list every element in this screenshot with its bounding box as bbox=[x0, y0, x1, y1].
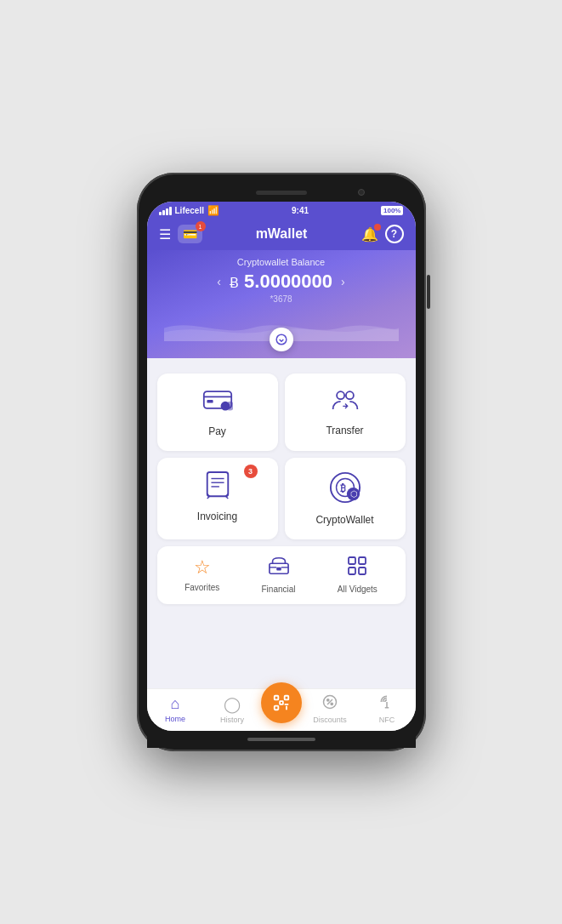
balance-label: Cryptowallet Balance bbox=[164, 257, 399, 267]
financial-label: Financial bbox=[262, 585, 296, 594]
history-icon: ◯ bbox=[224, 695, 241, 714]
svg-rect-22 bbox=[359, 557, 366, 564]
scan-button[interactable] bbox=[261, 682, 302, 723]
svg-rect-8 bbox=[207, 472, 228, 496]
account-number: *3678 bbox=[164, 294, 399, 304]
app-header: ☰ 💳 1 mWallet 🔔 ? bbox=[147, 220, 416, 250]
app-title: mWallet bbox=[256, 226, 308, 242]
all-vidgets-label: All Vidgets bbox=[338, 585, 378, 594]
transfer-label: Transfer bbox=[326, 425, 363, 436]
header-left: ☰ 💳 1 bbox=[159, 225, 202, 243]
hamburger-icon[interactable]: ☰ bbox=[159, 226, 171, 242]
svg-text:₿: ₿ bbox=[340, 482, 346, 494]
balance-nav: ‹ Ƀ 5.0000000 › bbox=[164, 271, 399, 293]
transfer-icon bbox=[330, 387, 360, 418]
discounts-icon bbox=[322, 694, 338, 714]
svg-rect-3 bbox=[207, 400, 213, 403]
favorites-widget[interactable]: ☆ Favorites bbox=[184, 556, 219, 594]
nfc-label: NFC bbox=[379, 716, 395, 724]
svg-rect-25 bbox=[274, 695, 278, 699]
svg-point-34 bbox=[331, 703, 332, 704]
prev-balance-button[interactable]: ‹ bbox=[217, 275, 221, 288]
nav-discounts[interactable]: Discounts bbox=[302, 694, 359, 724]
signal-icon bbox=[159, 207, 172, 215]
transfer-card[interactable]: Transfer bbox=[285, 374, 406, 451]
cryptowallet-card[interactable]: ₿ ⬡ CryptoWallet bbox=[285, 458, 406, 539]
action-grid: Pay Transfer bbox=[157, 374, 406, 539]
scan-icon bbox=[272, 693, 291, 712]
home-label: Home bbox=[165, 715, 185, 723]
svg-point-33 bbox=[327, 699, 329, 701]
svg-point-6 bbox=[337, 391, 344, 399]
svg-text:⬡: ⬡ bbox=[350, 489, 358, 499]
svg-point-0 bbox=[276, 334, 287, 345]
nav-nfc[interactable]: NFC bbox=[359, 694, 416, 724]
pay-icon bbox=[202, 387, 233, 419]
svg-rect-23 bbox=[349, 568, 355, 574]
cryptowallet-label: CryptoWallet bbox=[315, 514, 373, 526]
svg-rect-27 bbox=[274, 705, 278, 710]
card-icon[interactable]: 💳 1 bbox=[178, 225, 202, 243]
nfc-icon bbox=[379, 694, 395, 714]
bottom-home-bar bbox=[147, 731, 416, 748]
notification-bell-icon[interactable]: 🔔 bbox=[361, 226, 378, 242]
home-icon: ⌂ bbox=[171, 695, 180, 713]
phone-screen: Lifecell 📶 9:41 100% ☰ 💳 1 mWallet 🔔 bbox=[147, 202, 416, 731]
svg-rect-28 bbox=[280, 701, 283, 704]
favorites-icon: ☆ bbox=[194, 556, 211, 579]
widgets-bar: ☆ Favorites Financial bbox=[157, 546, 406, 604]
invoicing-badge: 3 bbox=[244, 465, 258, 478]
card-badge: 1 bbox=[196, 221, 206, 231]
discounts-label: Discounts bbox=[313, 716, 347, 724]
invoicing-icon bbox=[205, 471, 230, 504]
wifi-icon: 📶 bbox=[207, 205, 219, 216]
nav-home[interactable]: ⌂ Home bbox=[147, 695, 204, 723]
side-button bbox=[427, 275, 430, 309]
bottom-nav: ⌂ Home ◯ History bbox=[147, 688, 416, 731]
nav-history[interactable]: ◯ History bbox=[204, 695, 261, 724]
home-indicator bbox=[247, 738, 315, 741]
battery-label: 100% bbox=[381, 206, 403, 215]
invoicing-label: Invoicing bbox=[197, 510, 237, 522]
help-icon[interactable]: ? bbox=[385, 225, 404, 243]
svg-rect-18 bbox=[276, 568, 281, 571]
svg-point-7 bbox=[345, 391, 353, 399]
cryptowallet-icon: ₿ ⬡ bbox=[329, 471, 361, 507]
pay-card[interactable]: Pay bbox=[157, 374, 278, 451]
notification-dot bbox=[374, 224, 381, 231]
main-content: Pay Transfer bbox=[147, 358, 416, 688]
status-bar: Lifecell 📶 9:41 100% bbox=[147, 202, 416, 220]
favorites-label: Favorites bbox=[184, 583, 219, 592]
svg-rect-26 bbox=[284, 695, 288, 699]
phone-shell: Lifecell 📶 9:41 100% ☰ 💳 1 mWallet 🔔 bbox=[137, 173, 426, 751]
balance-value: 5.0000000 bbox=[244, 271, 332, 292]
financial-widget[interactable]: Financial bbox=[262, 556, 296, 594]
currency-symbol: Ƀ bbox=[230, 276, 239, 290]
carrier-label: Lifecell bbox=[175, 206, 204, 215]
balance-amount: Ƀ 5.0000000 bbox=[230, 271, 332, 293]
phone-camera bbox=[358, 189, 365, 196]
svg-rect-24 bbox=[359, 568, 366, 574]
time-label: 9:41 bbox=[292, 206, 309, 215]
pay-label: Pay bbox=[208, 425, 226, 437]
all-vidgets-icon bbox=[348, 556, 366, 580]
phone-speaker bbox=[256, 191, 307, 195]
header-right: 🔔 ? bbox=[361, 225, 404, 243]
expand-balance-button[interactable] bbox=[270, 328, 293, 351]
next-balance-button[interactable]: › bbox=[341, 275, 345, 288]
invoicing-card[interactable]: 3 Invoicing bbox=[157, 458, 278, 539]
phone-top-bar bbox=[147, 183, 416, 202]
status-left: Lifecell 📶 bbox=[159, 205, 219, 216]
svg-rect-21 bbox=[349, 557, 355, 564]
all-vidgets-widget[interactable]: All Vidgets bbox=[338, 556, 378, 594]
financial-icon bbox=[269, 556, 289, 580]
balance-section: Cryptowallet Balance ‹ Ƀ 5.0000000 › *36… bbox=[147, 250, 416, 358]
history-label: History bbox=[220, 716, 244, 724]
